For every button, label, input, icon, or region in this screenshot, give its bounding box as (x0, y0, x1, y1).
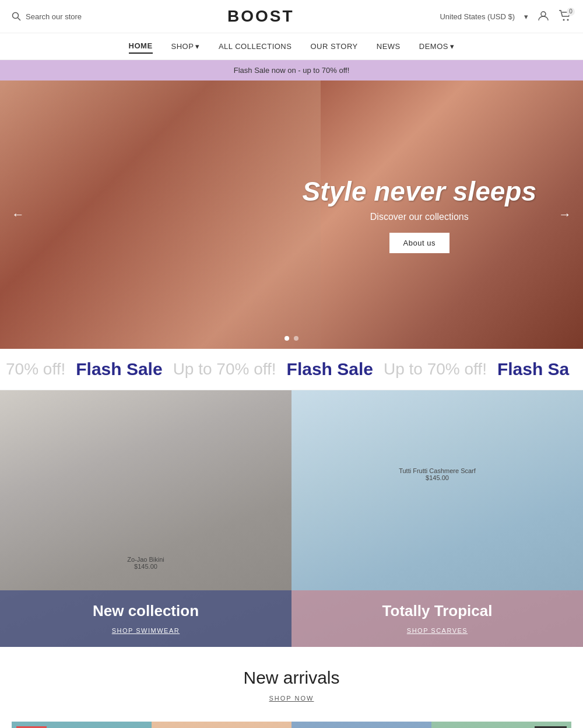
chevron-down-icon[interactable]: ▾ (524, 12, 528, 21)
product-price-tropical: $145.00 (399, 474, 476, 481)
svg-point-4 (567, 19, 569, 20)
hero-next-button[interactable]: → (554, 202, 576, 227)
search-bar[interactable]: Search our store (12, 12, 82, 21)
product-grid: On Sale Sold Out (0, 712, 583, 728)
account-icon[interactable] (538, 10, 549, 23)
collection-title-swimwear: New collection (12, 602, 280, 620)
collection-title-tropical: Totally Tropical (303, 602, 571, 620)
collection-card-tropical[interactable]: Tutti Frutti Cashmere Scarf $145.00 Tota… (292, 390, 583, 647)
collection-overlay-tropical: Totally Tropical SHOP SCARVES (292, 590, 583, 647)
chevron-down-icon: ▾ (195, 42, 200, 51)
nav-item-our-story[interactable]: OUR STORY (310, 42, 357, 53)
product-price-swimwear: $145.00 (127, 563, 164, 570)
product-item-2[interactable] (152, 722, 292, 728)
nav-item-all-collections[interactable]: ALL COLLECTIONS (219, 42, 292, 53)
shop-now-link[interactable]: SHOP NOW (269, 695, 314, 702)
ticker-item: Flash Sale (287, 359, 373, 379)
hero-title: Style never sleeps (303, 176, 536, 207)
cart-count: 0 (567, 8, 575, 16)
hero-dots (285, 336, 298, 341)
cart-icon[interactable]: 0 (559, 10, 571, 23)
nav-item-shop[interactable]: SHOP ▾ (171, 42, 200, 53)
site-logo[interactable]: BOOST (227, 7, 294, 26)
search-icon (12, 12, 21, 21)
collection-overlay-swimwear: New collection SHOP SWIMWEAR (0, 590, 292, 647)
search-placeholder: Search our store (26, 12, 82, 21)
svg-point-3 (563, 19, 565, 20)
nav-item-news[interactable]: NEWS (377, 42, 401, 53)
shop-scarves-link[interactable]: SHOP SCARVES (407, 627, 468, 634)
collection-card-swimwear[interactable]: Zo-Jao Bikini $145.00 New collection SHO… (0, 390, 292, 647)
ticker-item: Flash Sale (76, 359, 162, 379)
collections-grid: Zo-Jao Bikini $145.00 New collection SHO… (0, 390, 583, 647)
ticker-item: 70% off! (6, 360, 65, 379)
ticker-item: Up to 70% off! (384, 360, 487, 379)
hero-subtitle: Discover our collections (303, 212, 536, 222)
chevron-down-icon: ▾ (450, 42, 455, 51)
flash-ticker: 70% off! Flash Sale Up to 70% off! Flash… (0, 349, 583, 390)
header-actions: United States (USD $) ▾ 0 (440, 10, 571, 23)
product-name-swimwear: Zo-Jao Bikini (127, 556, 164, 563)
product-name-tropical: Tutti Frutti Cashmere Scarf (399, 467, 476, 474)
hero-dot-1[interactable] (285, 336, 289, 341)
about-us-button[interactable]: About us (389, 233, 449, 253)
svg-point-2 (541, 12, 546, 16)
hero-prev-button[interactable]: ← (7, 202, 29, 227)
nav-item-home[interactable]: HOME (129, 41, 153, 54)
region-selector[interactable]: United States (USD $) (440, 12, 515, 21)
shop-swimwear-link[interactable]: SHOP SWIMWEAR (112, 627, 180, 634)
new-arrivals-title: New arrivals (12, 668, 571, 688)
svg-point-0 (13, 13, 19, 19)
ticker-item: Flash Sa (497, 359, 569, 379)
hero-dot-2[interactable] (294, 336, 298, 341)
product-item-3[interactable] (292, 722, 431, 728)
product-item-4[interactable]: Sold Out (431, 722, 571, 728)
new-arrivals-section: New arrivals SHOP NOW (0, 647, 583, 712)
svg-line-1 (18, 18, 21, 21)
site-header: Search our store BOOST United States (US… (0, 0, 583, 33)
product-item-1[interactable]: On Sale (12, 722, 152, 728)
hero-section: Style never sleeps Discover our collecti… (0, 80, 583, 349)
nav-item-demos[interactable]: DEMOS ▾ (419, 42, 455, 53)
main-nav: HOME SHOP ▾ ALL COLLECTIONS OUR STORY NE… (0, 33, 583, 60)
ticker-item: Up to 70% off! (173, 360, 276, 379)
promo-banner: Flash Sale now on - up to 70% off! (0, 60, 583, 80)
